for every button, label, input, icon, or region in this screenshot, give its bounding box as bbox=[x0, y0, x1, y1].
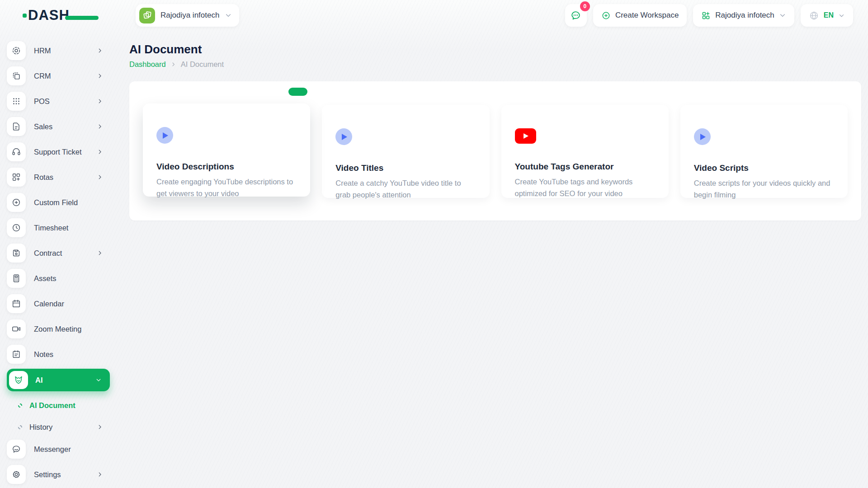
breadcrumb: Dashboard AI Document bbox=[129, 60, 861, 69]
chat-count-badge: 0 bbox=[580, 1, 590, 11]
sidebar-item[interactable]: Calendar bbox=[7, 293, 118, 314]
sidebar-item[interactable]: Messenger bbox=[7, 438, 118, 460]
category-tab[interactable] bbox=[311, 88, 330, 96]
card-description: Create engaging YouTube descriptions to … bbox=[156, 176, 297, 199]
sidebar-item-label: Notes bbox=[34, 350, 53, 359]
template-card[interactable]: Youtube Tags Generator Create YouTube ta… bbox=[501, 105, 669, 198]
sidebar-item[interactable]: CRM bbox=[7, 65, 118, 87]
sidebar-item-icon bbox=[7, 294, 26, 313]
sidebar-item-icon bbox=[7, 319, 26, 338]
sidebar-item-icon bbox=[7, 440, 26, 459]
sidebar-item[interactable]: Support Ticket bbox=[7, 141, 118, 163]
sidebar-item[interactable]: Custom Field bbox=[7, 192, 118, 213]
card-title: Video Titles bbox=[335, 163, 476, 173]
sidebar-item[interactable]: Rotas bbox=[7, 166, 118, 188]
sidebar-item-icon bbox=[7, 142, 26, 161]
sidebar-item[interactable]: Assets bbox=[7, 267, 118, 289]
category-tab[interactable] bbox=[265, 88, 284, 96]
category-tab[interactable] bbox=[219, 88, 238, 96]
sidebar-item-icon bbox=[7, 465, 26, 484]
sidebar-item[interactable]: AI Document bbox=[7, 395, 118, 416]
sidebar-item-label: HRM bbox=[34, 47, 51, 55]
sidebar-item[interactable]: Sales bbox=[7, 116, 118, 137]
main-content: AI Document Dashboard AI Document Video … bbox=[118, 31, 868, 488]
header-actions: 0 Create Workspace Rajodiya infotech EN bbox=[565, 4, 853, 27]
sidebar-item-label: Rotas bbox=[34, 173, 53, 182]
template-card[interactable]: Video Scripts Create scripts for your vi… bbox=[680, 105, 848, 198]
category-tabs bbox=[143, 88, 848, 96]
sidebar-item-label: Messenger bbox=[34, 445, 71, 454]
card-title: Youtube Tags Generator bbox=[515, 162, 655, 172]
sidebar-item[interactable]: AI bbox=[7, 369, 110, 391]
sidebar-item-icon bbox=[7, 168, 26, 187]
sidebar-item-label: Contract bbox=[34, 249, 62, 258]
sidebar-item-icon bbox=[7, 244, 26, 263]
workspace-switcher[interactable]: Rajodiya infotech bbox=[136, 4, 239, 27]
chevron-icon bbox=[97, 73, 103, 79]
plus-circle-icon bbox=[601, 11, 611, 20]
chevron-icon bbox=[95, 377, 102, 383]
card-icon bbox=[156, 127, 173, 144]
workspace-name: Rajodiya infotech bbox=[160, 11, 219, 20]
chat-button[interactable]: 0 bbox=[565, 4, 587, 27]
sidebar-item-icon bbox=[9, 371, 28, 389]
sidebar-item-icon bbox=[7, 92, 26, 111]
sidebar-item-label: AI bbox=[35, 376, 43, 385]
chevron-icon bbox=[97, 149, 103, 155]
card-description: Create a catchy YouTube video title to g… bbox=[335, 178, 476, 201]
sidebar-item-label: Calendar bbox=[34, 300, 64, 308]
card-icon bbox=[515, 128, 536, 144]
sidebar-item-label: Zoom Meeting bbox=[34, 325, 81, 333]
logo-dot bbox=[23, 14, 27, 18]
logo-dash-bar bbox=[65, 16, 99, 20]
sidebar-item[interactable]: History bbox=[7, 417, 118, 437]
card-title: Video Descriptions bbox=[156, 162, 297, 172]
template-card[interactable]: Video Titles Create a catchy YouTube vid… bbox=[322, 105, 489, 198]
create-workspace-button[interactable]: Create Workspace bbox=[593, 4, 687, 27]
sidebar-item-icon bbox=[7, 41, 26, 60]
card-description: Create YouTube tags and keywords optimiz… bbox=[515, 176, 655, 199]
template-cards: Video Descriptions Create engaging YouTu… bbox=[143, 105, 848, 198]
sidebar-item-icon bbox=[7, 117, 26, 136]
chat-icon bbox=[570, 10, 581, 21]
sidebar-item[interactable]: Settings bbox=[7, 464, 118, 485]
sub-item-bullet-icon bbox=[18, 404, 22, 408]
breadcrumb-dashboard-link[interactable]: Dashboard bbox=[129, 60, 166, 69]
chevron-down-icon bbox=[225, 12, 232, 19]
card-icon bbox=[335, 128, 352, 145]
app-logo[interactable]: DASH bbox=[28, 7, 82, 23]
chevron-icon bbox=[97, 98, 103, 104]
card-icon bbox=[694, 128, 711, 145]
sidebar-item-label: History bbox=[29, 423, 52, 432]
chevron-down-icon bbox=[779, 12, 786, 19]
sidebar-item[interactable]: Timesheet bbox=[7, 217, 118, 239]
sidebar-item-label: Assets bbox=[34, 274, 57, 283]
workspace-dropdown[interactable]: Rajodiya infotech bbox=[693, 4, 794, 27]
sidebar-item-label: Settings bbox=[34, 470, 61, 479]
chevron-icon bbox=[97, 174, 103, 180]
sidebar-item[interactable]: Notes bbox=[7, 343, 118, 365]
sidebar-item-icon bbox=[7, 218, 26, 237]
category-tab[interactable] bbox=[173, 88, 192, 96]
globe-icon bbox=[809, 10, 819, 21]
workspace-dropdown-label: Rajodiya infotech bbox=[715, 11, 774, 20]
sidebar-item-label: AI Document bbox=[29, 401, 75, 410]
sidebar-item[interactable]: Zoom Meeting bbox=[7, 318, 118, 340]
sidebar-item[interactable]: POS bbox=[7, 90, 118, 112]
page-title: AI Document bbox=[129, 42, 861, 56]
top-header: DASH Rajodiya infotech 0 Create Workspac… bbox=[0, 0, 868, 31]
category-tab[interactable] bbox=[150, 88, 169, 96]
chevron-icon bbox=[97, 47, 103, 54]
breadcrumb-current: AI Document bbox=[181, 60, 224, 69]
category-tab[interactable] bbox=[196, 88, 215, 96]
category-tab[interactable] bbox=[288, 88, 307, 96]
language-dropdown[interactable]: EN bbox=[801, 4, 853, 27]
sidebar-item[interactable]: Contract bbox=[7, 242, 118, 264]
template-card[interactable]: Video Descriptions Create engaging YouTu… bbox=[143, 103, 310, 197]
sidebar-item-label: Timesheet bbox=[34, 224, 68, 232]
category-tab[interactable] bbox=[242, 88, 261, 96]
create-workspace-label: Create Workspace bbox=[615, 11, 679, 20]
sidebar-item[interactable]: HRM bbox=[7, 40, 118, 61]
sidebar-item-label: Custom Field bbox=[34, 198, 78, 207]
sidebar-item-icon bbox=[7, 345, 26, 364]
